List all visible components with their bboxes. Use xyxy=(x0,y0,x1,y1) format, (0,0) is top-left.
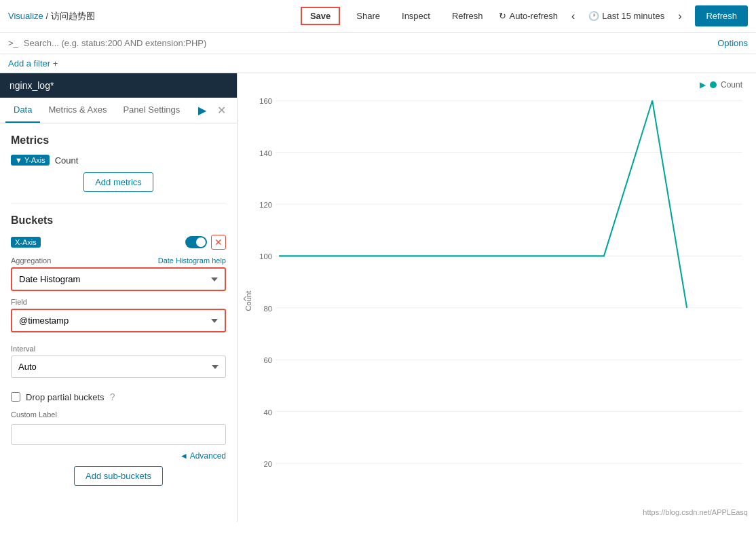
advanced-button[interactable]: ◄ Advanced xyxy=(180,451,226,461)
top-nav: Visualize / 访问趋势图 Save Share Inspect Ref… xyxy=(0,0,756,33)
inspect-button[interactable]: Inspect xyxy=(396,8,436,24)
custom-label-heading: Custom Label xyxy=(11,410,57,419)
auto-refresh-label: Auto-refresh xyxy=(509,11,558,21)
breadcrumb-visualize[interactable]: Visualize xyxy=(8,11,43,21)
auto-refresh-button[interactable]: ↻ Auto-refresh xyxy=(499,11,558,21)
y-axis-label: Y-Axis xyxy=(24,156,45,164)
date-histogram-help-link[interactable]: Date Histogram help xyxy=(158,256,226,265)
breadcrumb-page: 访问趋势图 xyxy=(51,11,95,21)
help-icon: ? xyxy=(110,391,115,402)
tab-panel-settings[interactable]: Panel Settings xyxy=(115,98,188,123)
run-tab-button[interactable]: ▶ xyxy=(193,101,212,119)
time-picker: 🕐 Last 15 minutes xyxy=(588,11,664,21)
interval-section: Interval Auto Minute Hourly Daily xyxy=(11,345,226,385)
aggregation-select[interactable]: Date Histogram Histogram Date Range Rang… xyxy=(11,267,226,291)
field-label: Field xyxy=(11,298,27,306)
breadcrumb: Visualize / 访问趋势图 xyxy=(8,10,95,22)
custom-label-title: Custom Label xyxy=(11,410,226,419)
y-axis-badge[interactable]: ▼ Y-Axis xyxy=(11,155,50,166)
metric-item: ▼ Y-Axis Count xyxy=(11,155,226,166)
drop-partial-row: Drop partial buckets ? xyxy=(11,391,226,402)
add-filter-button[interactable]: Add a filter + xyxy=(8,58,58,69)
interval-select[interactable]: Auto Minute Hourly Daily xyxy=(11,356,226,378)
svg-text:20: 20 xyxy=(263,460,271,468)
search-input[interactable] xyxy=(24,38,712,48)
main-layout: nginx_log* Data Metrics & Axes Panel Set… xyxy=(0,73,756,522)
section-divider xyxy=(11,203,226,204)
add-sub-buckets-button[interactable]: Add sub-buckets xyxy=(74,466,163,486)
aggregation-label-row: Aggregation Date Histogram help xyxy=(11,256,226,265)
custom-label-section: Custom Label xyxy=(11,410,226,445)
interval-label-row: Interval xyxy=(11,345,226,353)
panel-content: Metrics ▼ Y-Axis Count Add metrics Bucke… xyxy=(0,123,237,505)
tab-data[interactable]: Data xyxy=(5,98,40,123)
search-prefix: >_ xyxy=(8,38,18,48)
svg-text:40: 40 xyxy=(263,408,271,417)
x-axis-badge[interactable]: X-Axis xyxy=(11,237,41,248)
chart-svg: Count 160 140 120 100 80 60 40 20 xyxy=(238,73,756,522)
watermark: https://blog.csdn.net/APPLEasq xyxy=(643,508,748,516)
panel-title: nginx_log* xyxy=(10,80,54,91)
chart-area: ‹ ▶ Count Count 160 140 120 100 80 xyxy=(238,73,756,522)
drop-partial-checkbox[interactable] xyxy=(11,392,20,402)
clock-icon: 🕐 xyxy=(588,11,599,21)
breadcrumb-separator: / xyxy=(45,11,50,21)
svg-text:160: 160 xyxy=(259,97,272,105)
bucket-header: X-Axis ✕ xyxy=(11,235,226,250)
share-button[interactable]: Share xyxy=(351,8,385,24)
legend-arrow-icon: ▶ xyxy=(700,80,706,90)
svg-text:60: 60 xyxy=(263,356,271,364)
options-button[interactable]: Options xyxy=(717,38,748,48)
save-button[interactable]: Save xyxy=(301,7,340,25)
svg-text:140: 140 xyxy=(259,149,272,157)
field-label-row: Field xyxy=(11,298,226,306)
add-metrics-button[interactable]: Add metrics xyxy=(83,172,153,192)
panel-title-bar: nginx_log* xyxy=(0,73,237,98)
search-bar: >_ Options xyxy=(0,33,756,54)
svg-text:120: 120 xyxy=(259,201,272,209)
svg-text:100: 100 xyxy=(259,252,272,261)
time-next-button[interactable]: › xyxy=(675,10,684,22)
close-tab-button[interactable]: ✕ xyxy=(212,101,231,119)
time-range-label: Last 15 minutes xyxy=(602,11,664,21)
legend-color-dot xyxy=(710,81,717,88)
x-axis-label: X-Axis xyxy=(15,238,37,246)
field-select[interactable]: @timestamp @version agent xyxy=(11,309,226,332)
toggle-button[interactable] xyxy=(185,236,207,248)
bucket-item: X-Axis ✕ Aggregation Date Histogram help… xyxy=(11,235,226,486)
chart-legend: ▶ Count xyxy=(700,80,742,90)
legend-label: Count xyxy=(721,80,742,90)
filter-bar: Add a filter + xyxy=(0,54,756,73)
aggregation-label: Aggregation xyxy=(11,256,51,265)
buckets-section-title: Buckets xyxy=(11,214,226,227)
interval-label: Interval xyxy=(11,345,35,353)
time-prev-button[interactable]: ‹ xyxy=(569,10,578,22)
refresh-nav-button[interactable]: Refresh xyxy=(447,8,489,24)
left-panel: nginx_log* Data Metrics & Axes Panel Set… xyxy=(0,73,238,522)
custom-label-input[interactable] xyxy=(11,424,226,445)
delete-bucket-button[interactable]: ✕ xyxy=(211,235,226,250)
metrics-section-title: Metrics xyxy=(11,134,226,147)
panel-tabs: Data Metrics & Axes Panel Settings ▶ ✕ xyxy=(0,98,237,123)
bucket-controls: ✕ xyxy=(185,235,226,250)
refresh-icon: ↻ xyxy=(499,11,506,21)
advanced-row: ◄ Advanced xyxy=(11,450,226,461)
badge-arrow-icon: ▼ xyxy=(15,156,22,164)
refresh-main-button[interactable]: Refresh xyxy=(695,5,748,26)
chart-nav-left-button[interactable]: ‹ xyxy=(238,285,252,310)
y-axis-value: Count xyxy=(55,155,79,166)
tab-metrics-axes[interactable]: Metrics & Axes xyxy=(40,98,115,123)
svg-text:80: 80 xyxy=(263,305,271,313)
drop-partial-label: Drop partial buckets xyxy=(26,392,105,402)
